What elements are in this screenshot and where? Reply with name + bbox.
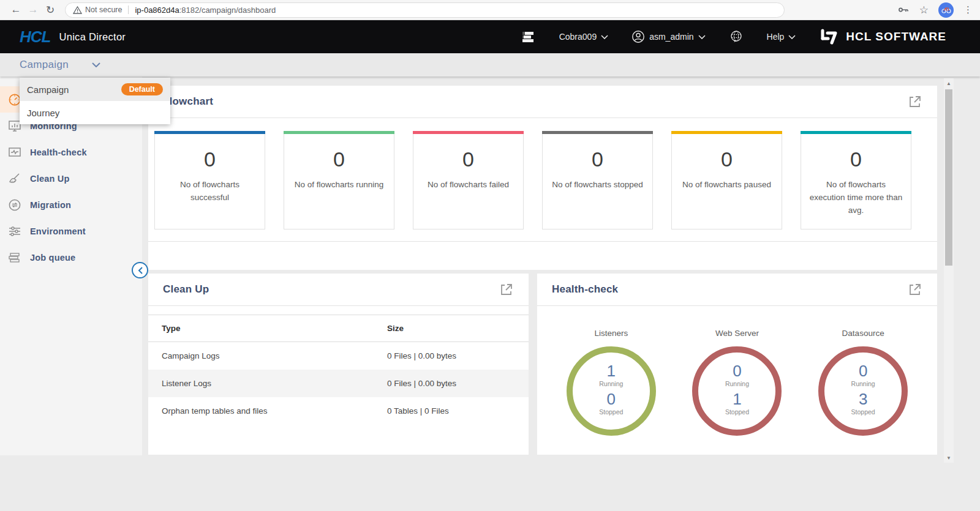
help-label: Help: [767, 32, 785, 42]
browser-forward-button[interactable]: →: [24, 4, 42, 16]
sidebar-item-migration[interactable]: Migration: [0, 192, 142, 218]
sidebar-item-label: Health-check: [30, 147, 87, 157]
dropdown-item-journey[interactable]: Journey: [20, 101, 170, 124]
dropdown-item-campaign[interactable]: Campaign Default: [20, 78, 170, 101]
table-row: Listener Logs 0 Files | 0.00 bytes: [148, 370, 529, 397]
instance-name: Cobra009: [559, 32, 597, 42]
open-in-new-icon: [499, 282, 514, 297]
scrollbar-thumb[interactable]: [945, 89, 952, 266]
cleanup-panel-header: Clean Up: [148, 274, 529, 306]
stat-value: 0: [284, 147, 394, 171]
row-size: 0 Files | 0.00 bytes: [387, 351, 515, 360]
stat-card-stopped: 0 No of flowcharts stopped: [542, 132, 653, 229]
cleanup-expand-button[interactable]: [499, 282, 514, 297]
stat-label: No of flowcharts stopped: [550, 179, 645, 192]
gauge-ring: 0 Running 1 Stopped: [692, 346, 782, 436]
globe-language-icon[interactable]: [729, 29, 744, 44]
flowchart-panel-title: Flowchart: [163, 95, 213, 108]
flowchart-panel-footer: [148, 241, 937, 270]
stat-card-failed: 0 No of flowcharts failed: [413, 132, 524, 229]
sidebar-item-clean-up[interactable]: Clean Up: [0, 165, 142, 192]
job-queue-icon: [7, 250, 22, 265]
address-bar[interactable]: Not secure ip-0a862d4a:8182/campaign/das…: [65, 2, 785, 18]
column-header-type: Type: [162, 324, 387, 333]
hcl-software-logo: HCL SOFTWARE: [819, 28, 946, 45]
sidebar: Monitoring Health-check Clean Up Migrati…: [0, 76, 142, 455]
queue-list-icon[interactable]: [520, 29, 536, 45]
stopped-count: 3: [859, 391, 867, 408]
url-host: ip-0a862d4a: [135, 6, 179, 15]
cleanup-panel: Clean Up Type Size Campaign Logs 0 Files…: [148, 274, 529, 455]
health-expand-button[interactable]: [908, 282, 922, 297]
product-selector-label: Campaign: [20, 59, 69, 71]
stat-value: 0: [413, 147, 523, 171]
running-label: Running: [851, 380, 875, 387]
flowchart-expand-button[interactable]: [908, 94, 922, 109]
hcl-software-mark-icon: [819, 28, 840, 45]
product-selector[interactable]: Campaign: [20, 59, 100, 71]
migration-icon: [7, 198, 22, 212]
stat-value: 0: [672, 147, 782, 171]
row-type: Listener Logs: [162, 379, 387, 388]
gauge-title: Listeners: [594, 329, 628, 338]
open-in-new-icon: [908, 282, 922, 297]
row-size: 0 Tables | 0 Files: [387, 406, 515, 416]
instance-menu[interactable]: Cobra009: [559, 32, 609, 42]
running-count: 1: [607, 363, 616, 379]
user-icon: [631, 30, 645, 43]
browser-back-button[interactable]: ←: [7, 4, 24, 16]
stat-card-running: 0 No of flowcharts running: [284, 132, 394, 229]
scrollbar-up-arrow[interactable]: ▲: [944, 78, 954, 88]
row-type: Campaign Logs: [162, 351, 387, 360]
sidebar-item-label: Environment: [30, 226, 86, 236]
cleanup-table-header: Type Size: [148, 315, 529, 342]
sidebar-item-job-queue[interactable]: Job queue: [0, 244, 142, 270]
browser-toolbar: ← → ↻ Not secure ip-0a862d4a:8182/campai…: [0, 0, 980, 20]
gauge-title: Web Server: [715, 329, 759, 338]
dropdown-item-label: Campaign: [27, 84, 69, 95]
stat-label: No of flowcharts successful: [162, 179, 257, 204]
sidebar-item-health-check[interactable]: Health-check: [0, 139, 142, 165]
stopped-label: Stopped: [725, 408, 749, 416]
browser-reload-button[interactable]: ↻: [42, 4, 59, 17]
not-secure-indicator[interactable]: Not secure: [73, 6, 122, 14]
chevron-down-icon: [92, 62, 100, 67]
running-count: 0: [733, 363, 741, 379]
browser-profile-avatar[interactable]: [938, 2, 954, 18]
health-panel-header: Health-check: [537, 274, 937, 306]
gauge-title: Datasource: [842, 329, 884, 338]
open-in-new-icon: [908, 94, 922, 109]
card-accent-bar: [284, 131, 394, 134]
page-scrollbar[interactable]: ▲ ▼: [944, 78, 954, 463]
gauge-ring: 0 Running 3 Stopped: [818, 346, 908, 436]
row-size: 0 Files | 0.00 bytes: [387, 379, 515, 388]
row-type: Orphan temp tables and files: [162, 406, 387, 416]
card-accent-bar: [154, 131, 265, 134]
stopped-label: Stopped: [599, 408, 623, 416]
card-accent-bar: [801, 131, 911, 134]
card-accent-bar: [671, 131, 782, 134]
running-label: Running: [599, 380, 623, 387]
browser-menu-icon[interactable]: ⋮: [963, 4, 973, 15]
gauge-web-server: Web Server 0 Running 1 Stopped: [692, 306, 782, 436]
cleanup-table: Type Size Campaign Logs 0 Files | 0.00 b…: [148, 315, 529, 425]
clean-up-broom-icon: [7, 171, 22, 186]
stat-card-paused: 0 No of flowcharts paused: [671, 132, 782, 229]
stat-card-exec-time: 0 No of flowcharts execution time more t…: [801, 132, 911, 229]
scrollbar-down-arrow[interactable]: ▼: [944, 453, 954, 463]
running-label: Running: [725, 380, 749, 387]
user-menu[interactable]: asm_admin: [631, 30, 705, 43]
omnibox-divider: [128, 6, 129, 14]
chevron-down-icon: [698, 35, 706, 39]
bookmark-star-icon[interactable]: ☆: [919, 4, 929, 17]
help-menu[interactable]: Help: [767, 32, 796, 42]
stat-card-successful: 0 No of flowcharts successful: [154, 132, 265, 229]
avatar-bicycle-icon: [941, 6, 951, 13]
dropdown-item-label: Journey: [27, 108, 59, 118]
product-dropdown-menu: Campaign Default Journey: [20, 78, 170, 124]
sidebar-item-environment[interactable]: Environment: [0, 218, 142, 244]
flowchart-cards: 0 No of flowcharts successful 0 No of fl…: [148, 118, 937, 229]
running-count: 0: [859, 363, 867, 379]
sidebar-collapse-button[interactable]: [132, 262, 148, 278]
key-icon[interactable]: [897, 4, 910, 15]
